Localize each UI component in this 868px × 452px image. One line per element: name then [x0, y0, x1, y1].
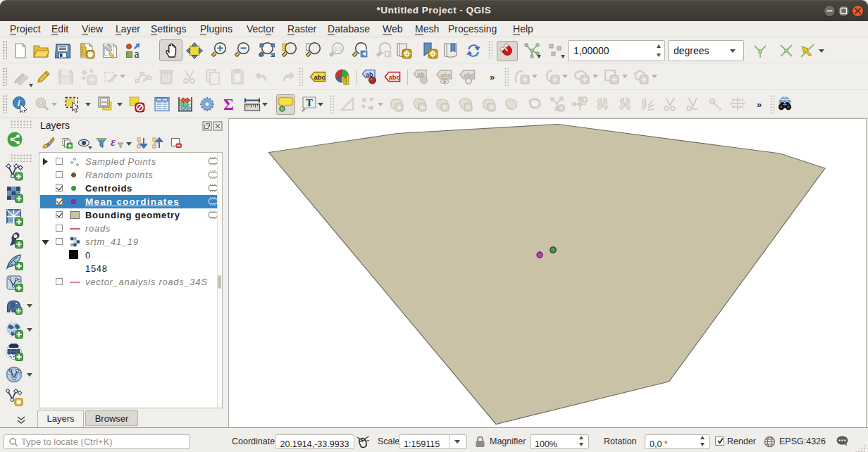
svg-text:abc: abc — [440, 72, 452, 79]
svg-text:Σ: Σ — [223, 96, 234, 113]
svg-text:ε: ε — [111, 135, 116, 149]
svg-text:a: a — [135, 48, 140, 59]
svg-text:abc: abc — [389, 73, 400, 81]
svg-text:abc: abc — [464, 72, 475, 79]
svg-text:T: T — [306, 97, 313, 108]
svg-text:abc: abc — [314, 73, 326, 81]
svg-text:1:1: 1:1 — [335, 46, 343, 52]
